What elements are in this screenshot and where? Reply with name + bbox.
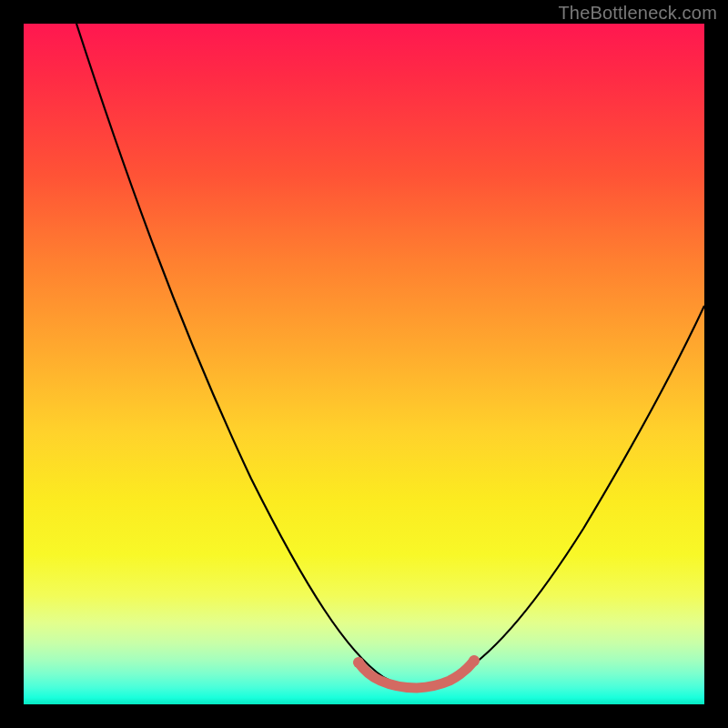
bottleneck-curve-line [76, 24, 704, 686]
optimal-range-highlight [359, 661, 474, 688]
chart-container: TheBottleneck.com [0, 0, 728, 728]
plot-area [24, 24, 704, 704]
optimal-range-end-dot [469, 655, 480, 666]
optimal-range-start-dot [353, 657, 364, 668]
watermark-text: TheBottleneck.com [558, 3, 717, 24]
bottleneck-curve-svg [24, 24, 704, 704]
